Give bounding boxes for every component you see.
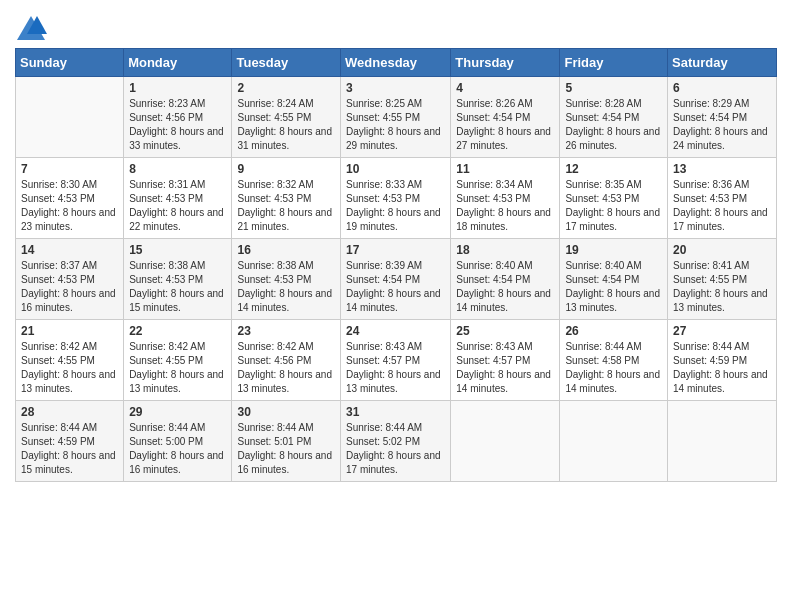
calendar-cell: 23 Sunrise: 8:42 AMSunset: 4:56 PMDaylig… — [232, 320, 341, 401]
day-info: Sunrise: 8:43 AMSunset: 4:57 PMDaylight:… — [346, 340, 445, 396]
calendar-cell: 12 Sunrise: 8:35 AMSunset: 4:53 PMDaylig… — [560, 158, 668, 239]
day-number: 22 — [129, 324, 226, 338]
day-number: 15 — [129, 243, 226, 257]
calendar-cell: 9 Sunrise: 8:32 AMSunset: 4:53 PMDayligh… — [232, 158, 341, 239]
logo-icon — [15, 14, 47, 42]
day-info: Sunrise: 8:42 AMSunset: 4:55 PMDaylight:… — [129, 340, 226, 396]
day-header-tuesday: Tuesday — [232, 49, 341, 77]
calendar-cell: 19 Sunrise: 8:40 AMSunset: 4:54 PMDaylig… — [560, 239, 668, 320]
day-number: 16 — [237, 243, 335, 257]
day-info: Sunrise: 8:42 AMSunset: 4:56 PMDaylight:… — [237, 340, 335, 396]
day-header-wednesday: Wednesday — [341, 49, 451, 77]
calendar-week-4: 21 Sunrise: 8:42 AMSunset: 4:55 PMDaylig… — [16, 320, 777, 401]
day-number: 9 — [237, 162, 335, 176]
day-number: 23 — [237, 324, 335, 338]
day-number: 7 — [21, 162, 118, 176]
day-info: Sunrise: 8:44 AMSunset: 5:02 PMDaylight:… — [346, 421, 445, 477]
day-number: 11 — [456, 162, 554, 176]
day-number: 18 — [456, 243, 554, 257]
calendar-cell: 2 Sunrise: 8:24 AMSunset: 4:55 PMDayligh… — [232, 77, 341, 158]
calendar-cell: 6 Sunrise: 8:29 AMSunset: 4:54 PMDayligh… — [668, 77, 777, 158]
day-number: 1 — [129, 81, 226, 95]
day-info: Sunrise: 8:33 AMSunset: 4:53 PMDaylight:… — [346, 178, 445, 234]
day-number: 10 — [346, 162, 445, 176]
calendar-cell: 18 Sunrise: 8:40 AMSunset: 4:54 PMDaylig… — [451, 239, 560, 320]
day-info: Sunrise: 8:25 AMSunset: 4:55 PMDaylight:… — [346, 97, 445, 153]
day-number: 2 — [237, 81, 335, 95]
calendar-cell: 21 Sunrise: 8:42 AMSunset: 4:55 PMDaylig… — [16, 320, 124, 401]
calendar-week-5: 28 Sunrise: 8:44 AMSunset: 4:59 PMDaylig… — [16, 401, 777, 482]
day-info: Sunrise: 8:43 AMSunset: 4:57 PMDaylight:… — [456, 340, 554, 396]
calendar-cell: 11 Sunrise: 8:34 AMSunset: 4:53 PMDaylig… — [451, 158, 560, 239]
calendar-cell: 28 Sunrise: 8:44 AMSunset: 4:59 PMDaylig… — [16, 401, 124, 482]
day-info: Sunrise: 8:32 AMSunset: 4:53 PMDaylight:… — [237, 178, 335, 234]
day-number: 5 — [565, 81, 662, 95]
day-info: Sunrise: 8:44 AMSunset: 5:01 PMDaylight:… — [237, 421, 335, 477]
day-header-friday: Friday — [560, 49, 668, 77]
day-number: 27 — [673, 324, 771, 338]
calendar-cell: 24 Sunrise: 8:43 AMSunset: 4:57 PMDaylig… — [341, 320, 451, 401]
day-info: Sunrise: 8:44 AMSunset: 4:59 PMDaylight:… — [673, 340, 771, 396]
logo — [15, 14, 51, 42]
calendar-cell: 16 Sunrise: 8:38 AMSunset: 4:53 PMDaylig… — [232, 239, 341, 320]
calendar-cell: 17 Sunrise: 8:39 AMSunset: 4:54 PMDaylig… — [341, 239, 451, 320]
calendar-cell: 13 Sunrise: 8:36 AMSunset: 4:53 PMDaylig… — [668, 158, 777, 239]
day-number: 26 — [565, 324, 662, 338]
day-info: Sunrise: 8:41 AMSunset: 4:55 PMDaylight:… — [673, 259, 771, 315]
page-header — [15, 10, 777, 42]
day-info: Sunrise: 8:24 AMSunset: 4:55 PMDaylight:… — [237, 97, 335, 153]
day-info: Sunrise: 8:40 AMSunset: 4:54 PMDaylight:… — [456, 259, 554, 315]
day-info: Sunrise: 8:29 AMSunset: 4:54 PMDaylight:… — [673, 97, 771, 153]
day-number: 14 — [21, 243, 118, 257]
day-number: 13 — [673, 162, 771, 176]
day-number: 20 — [673, 243, 771, 257]
calendar-cell: 5 Sunrise: 8:28 AMSunset: 4:54 PMDayligh… — [560, 77, 668, 158]
day-number: 29 — [129, 405, 226, 419]
day-info: Sunrise: 8:38 AMSunset: 4:53 PMDaylight:… — [129, 259, 226, 315]
calendar-cell: 15 Sunrise: 8:38 AMSunset: 4:53 PMDaylig… — [124, 239, 232, 320]
day-header-monday: Monday — [124, 49, 232, 77]
calendar-week-2: 7 Sunrise: 8:30 AMSunset: 4:53 PMDayligh… — [16, 158, 777, 239]
day-number: 6 — [673, 81, 771, 95]
calendar-week-3: 14 Sunrise: 8:37 AMSunset: 4:53 PMDaylig… — [16, 239, 777, 320]
day-number: 24 — [346, 324, 445, 338]
day-number: 3 — [346, 81, 445, 95]
day-number: 21 — [21, 324, 118, 338]
calendar-cell — [668, 401, 777, 482]
day-info: Sunrise: 8:30 AMSunset: 4:53 PMDaylight:… — [21, 178, 118, 234]
day-info: Sunrise: 8:34 AMSunset: 4:53 PMDaylight:… — [456, 178, 554, 234]
calendar-cell — [16, 77, 124, 158]
calendar-cell: 8 Sunrise: 8:31 AMSunset: 4:53 PMDayligh… — [124, 158, 232, 239]
calendar-cell: 30 Sunrise: 8:44 AMSunset: 5:01 PMDaylig… — [232, 401, 341, 482]
calendar-cell: 26 Sunrise: 8:44 AMSunset: 4:58 PMDaylig… — [560, 320, 668, 401]
day-info: Sunrise: 8:28 AMSunset: 4:54 PMDaylight:… — [565, 97, 662, 153]
day-number: 25 — [456, 324, 554, 338]
day-header-sunday: Sunday — [16, 49, 124, 77]
day-header-saturday: Saturday — [668, 49, 777, 77]
day-info: Sunrise: 8:44 AMSunset: 4:59 PMDaylight:… — [21, 421, 118, 477]
day-number: 31 — [346, 405, 445, 419]
day-number: 28 — [21, 405, 118, 419]
day-info: Sunrise: 8:31 AMSunset: 4:53 PMDaylight:… — [129, 178, 226, 234]
calendar-cell: 31 Sunrise: 8:44 AMSunset: 5:02 PMDaylig… — [341, 401, 451, 482]
day-info: Sunrise: 8:36 AMSunset: 4:53 PMDaylight:… — [673, 178, 771, 234]
day-info: Sunrise: 8:40 AMSunset: 4:54 PMDaylight:… — [565, 259, 662, 315]
day-number: 19 — [565, 243, 662, 257]
day-info: Sunrise: 8:37 AMSunset: 4:53 PMDaylight:… — [21, 259, 118, 315]
day-number: 4 — [456, 81, 554, 95]
calendar-week-1: 1 Sunrise: 8:23 AMSunset: 4:56 PMDayligh… — [16, 77, 777, 158]
calendar-table: SundayMondayTuesdayWednesdayThursdayFrid… — [15, 48, 777, 482]
calendar-cell: 14 Sunrise: 8:37 AMSunset: 4:53 PMDaylig… — [16, 239, 124, 320]
day-info: Sunrise: 8:38 AMSunset: 4:53 PMDaylight:… — [237, 259, 335, 315]
day-header-thursday: Thursday — [451, 49, 560, 77]
day-number: 12 — [565, 162, 662, 176]
calendar-cell: 20 Sunrise: 8:41 AMSunset: 4:55 PMDaylig… — [668, 239, 777, 320]
calendar-header-row: SundayMondayTuesdayWednesdayThursdayFrid… — [16, 49, 777, 77]
calendar-cell: 29 Sunrise: 8:44 AMSunset: 5:00 PMDaylig… — [124, 401, 232, 482]
day-info: Sunrise: 8:26 AMSunset: 4:54 PMDaylight:… — [456, 97, 554, 153]
calendar-cell: 10 Sunrise: 8:33 AMSunset: 4:53 PMDaylig… — [341, 158, 451, 239]
calendar-cell — [451, 401, 560, 482]
calendar-cell — [560, 401, 668, 482]
day-info: Sunrise: 8:44 AMSunset: 4:58 PMDaylight:… — [565, 340, 662, 396]
day-info: Sunrise: 8:39 AMSunset: 4:54 PMDaylight:… — [346, 259, 445, 315]
